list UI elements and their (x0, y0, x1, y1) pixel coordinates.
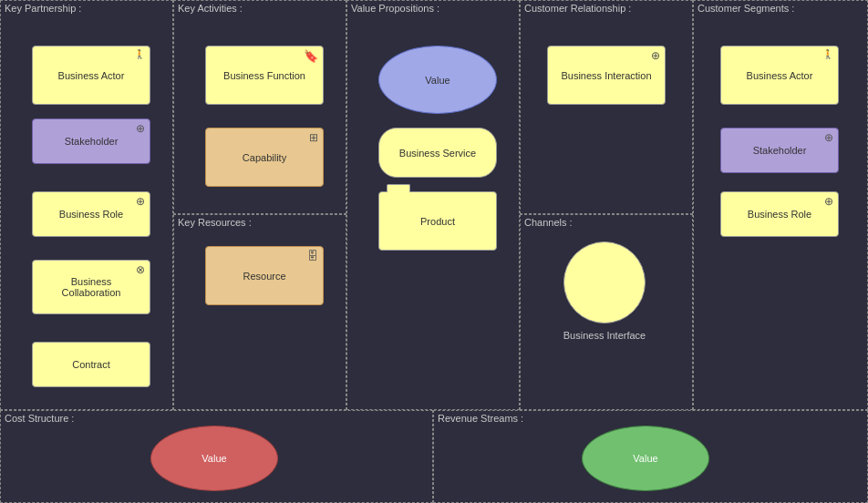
resource[interactable]: 🗄 Resource (205, 246, 324, 305)
section-label-key-partnership: Key Partnership : (5, 3, 81, 14)
actor-icon-1: 🚶 (134, 49, 145, 59)
business-actor-2[interactable]: 🚶 Business Actor (720, 46, 839, 105)
value-red-oval[interactable]: Value (150, 426, 278, 491)
business-interface[interactable]: Business Interface (563, 241, 646, 323)
stakeholder-2[interactable]: ⊕ Stakeholder (720, 128, 839, 173)
section-key-resources: Key Resources : (173, 214, 346, 410)
interaction-icon: ⊕ (651, 49, 660, 62)
section-label-customer-relationship: Customer Relationship : (524, 3, 631, 14)
resource-icon: 🗄 (307, 250, 318, 262)
section-label-channels: Channels : (524, 217, 573, 228)
business-role-icon-1: ⊕ (136, 195, 145, 208)
section-label-key-resources: Key Resources : (178, 217, 252, 228)
stakeholder-icon-2: ⊕ (824, 131, 833, 144)
product[interactable]: Product (378, 191, 497, 251)
section-label-revenue-streams: Revenue Streams : (438, 413, 523, 424)
business-actor-1[interactable]: 🚶 Business Actor (32, 46, 150, 105)
section-label-customer-segments: Customer Segments : (698, 3, 794, 14)
stakeholder-1[interactable]: ⊕ Stakeholder (32, 118, 150, 164)
capability-icon: ⊞ (309, 131, 318, 144)
business-role-2[interactable]: ⊕ Business Role (720, 191, 839, 237)
business-role-icon-2: ⊕ (824, 195, 833, 208)
canvas: Key Partnership : Key Activities : Key R… (0, 0, 868, 503)
section-label-value-propositions: Value Propositions : (351, 3, 439, 14)
business-collaboration[interactable]: ⊗ Business Collaboration (32, 260, 150, 314)
contract[interactable]: Contract (32, 342, 150, 387)
business-interaction[interactable]: ⊕ Business Interaction (547, 46, 666, 105)
business-service[interactable]: Business Service (378, 128, 497, 178)
value-green-oval[interactable]: Value (582, 426, 709, 491)
collaboration-icon: ⊗ (136, 263, 145, 276)
section-label-key-activities: Key Activities : (178, 3, 243, 14)
business-function[interactable]: 🔖 Business Function (205, 46, 324, 105)
actor-icon-2: 🚶 (822, 49, 833, 59)
product-tab (387, 184, 410, 192)
stakeholder-icon-1: ⊕ (136, 122, 145, 135)
function-icon: 🔖 (304, 49, 318, 63)
section-customer-relationship: Customer Relationship : (520, 0, 693, 214)
value-blue-oval[interactable]: Value (378, 46, 497, 114)
business-role-1[interactable]: ⊕ Business Role (32, 191, 150, 237)
section-label-cost-structure: Cost Structure : (5, 413, 74, 424)
capability[interactable]: ⊞ Capability (205, 128, 324, 187)
